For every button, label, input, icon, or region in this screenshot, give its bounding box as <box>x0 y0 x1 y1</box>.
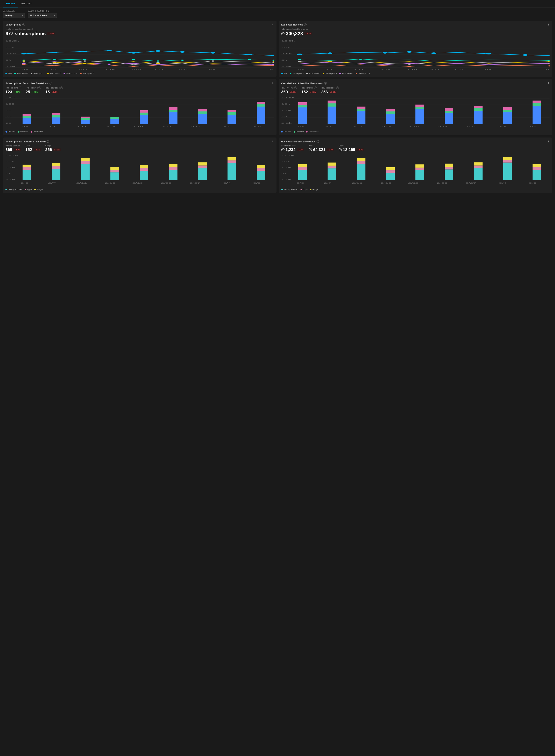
sub-breakdown-download-icon[interactable]: ⬇ <box>272 82 274 85</box>
svg-point-31 <box>52 63 56 64</box>
svg-rect-203 <box>81 161 90 164</box>
svg-text:2/3: 2/3 <box>21 182 29 184</box>
cancel-renewed-label: Total Renewed i <box>301 86 317 89</box>
rev-platform-legend: Desktop and Web Apple Google <box>281 189 550 191</box>
cancel-info-icon[interactable]: i <box>324 82 327 84</box>
platform-info-icon[interactable]: i <box>47 140 49 143</box>
svg-text:2/23: 2/23 <box>161 182 172 184</box>
svg-point-72 <box>456 52 461 53</box>
svg-text:100: 100 <box>5 103 14 105</box>
row-2: Subscriptions: Subscriber Breakdown i ⬇ … <box>3 79 552 135</box>
svg-rect-176 <box>532 101 541 103</box>
first-time-info-icon[interactable]: i <box>19 86 21 89</box>
svg-text:5k: 5k <box>281 172 287 174</box>
rev-platform-info-icon[interactable]: i <box>316 140 319 143</box>
renewed-info-icon[interactable]: i <box>38 86 41 89</box>
renewed-value: 25 ↑ 0.3% <box>26 90 41 94</box>
svg-point-71 <box>431 52 436 54</box>
svg-point-15 <box>156 50 160 52</box>
svg-rect-125 <box>227 115 236 124</box>
svg-point-37 <box>52 62 56 63</box>
svg-rect-215 <box>198 165 207 168</box>
cancel-legend-renewed-dot <box>294 131 295 132</box>
resurrected-info-icon[interactable]: i <box>60 86 63 89</box>
rev-platform-stats: Desktop and Web $ 1,234 ↓ 2.3% Apple $ 6… <box>281 145 550 152</box>
cancel-first-time-info-icon[interactable]: i <box>294 86 297 89</box>
subscriptions-download-icon[interactable]: ⬇ <box>272 23 274 26</box>
tabs-container: TRENDS HISTORY <box>0 0 555 7</box>
sub-breakdown-legend: First-time Renewed Resurrected <box>5 131 274 133</box>
svg-rect-208 <box>140 171 148 180</box>
rev-legend-sub2-dot <box>306 73 308 74</box>
svg-rect-128 <box>257 107 265 124</box>
svg-point-21 <box>52 58 56 60</box>
subscriptions-card: Subscriptions i ⬇ Total over selected ti… <box>3 21 276 77</box>
legend-sub3-dot <box>47 73 49 74</box>
svg-text:5k: 5k <box>281 59 287 61</box>
svg-point-34 <box>211 61 215 62</box>
svg-text:5k: 5k <box>5 59 11 61</box>
svg-rect-246 <box>328 166 336 168</box>
svg-rect-266 <box>532 170 541 180</box>
svg-rect-253 <box>386 167 395 170</box>
first-time-value: 123 ↑ 0.3% <box>5 90 21 94</box>
cancel-download-icon[interactable]: ⬇ <box>547 82 550 85</box>
svg-rect-216 <box>198 162 207 165</box>
svg-point-23 <box>108 60 111 61</box>
svg-text:2/15: 2/15 <box>105 182 116 184</box>
svg-point-41 <box>22 63 26 64</box>
svg-point-77 <box>358 58 362 60</box>
svg-rect-245 <box>328 168 336 180</box>
cancel-breakdown-header: Cancelations: Subscriber Breakdown i ⬇ <box>281 82 550 85</box>
legend-sub5-dot <box>80 73 82 74</box>
rev-platform-download-icon[interactable]: ⬇ <box>547 140 550 143</box>
svg-point-14 <box>131 52 136 53</box>
subscription-select[interactable]: All Subscriptions Subscription 1 Subscri… <box>28 13 57 18</box>
revenue-info-icon[interactable]: i <box>304 23 306 26</box>
svg-rect-110 <box>52 113 60 115</box>
sub-breakdown-stats: Total First-Time i 123 ↑ 0.3% Total Rene… <box>5 86 274 94</box>
cancel-resurrected-info-icon[interactable]: i <box>336 86 339 89</box>
legend-total: Total <box>5 73 12 75</box>
rev-legend-apple-dot <box>301 189 302 190</box>
svg-text:2/7: 2/7 <box>49 69 57 71</box>
svg-text:2/27: 2/27 <box>453 69 464 71</box>
svg-rect-261 <box>474 165 482 168</box>
svg-point-76 <box>298 59 301 60</box>
google-stat: Google 256 ↓ 2.3% <box>45 145 61 152</box>
sub-breakdown-bar-chart: 150 100 75 50 25 <box>5 96 274 129</box>
tab-trends[interactable]: TRENDS <box>3 0 18 7</box>
svg-rect-160 <box>386 112 395 114</box>
svg-rect-127 <box>227 110 236 112</box>
legend-renewed-dot <box>18 131 19 132</box>
apple-stat: Apple 152 ↓ 2.3% <box>25 145 41 152</box>
svg-rect-120 <box>169 110 177 112</box>
svg-point-67 <box>328 52 332 54</box>
sub-breakdown-info-icon[interactable]: i <box>49 82 52 84</box>
date-range-select[interactable]: 30 Days 7 Days 90 Days 1 Year <box>3 13 25 18</box>
svg-text:3/4: 3/4 <box>499 126 507 127</box>
svg-rect-169 <box>474 108 482 111</box>
rev-desktop-value: $ 1,234 ↓ 2.3% <box>281 147 304 152</box>
svg-text:10k: 10k <box>281 160 290 162</box>
cancel-renewed-info-icon[interactable]: i <box>314 86 316 89</box>
svg-text:3/4: 3/4 <box>484 69 491 71</box>
svg-text:12.5k: 12.5k <box>5 40 19 42</box>
platform-breakdown-card: Subscriptions: Platform Breakdown i ⬇ De… <box>3 137 276 193</box>
revenue-download-icon[interactable]: ⬇ <box>547 23 550 26</box>
svg-rect-259 <box>445 164 453 167</box>
svg-point-79 <box>298 61 301 62</box>
tab-history[interactable]: HISTORY <box>18 0 35 7</box>
svg-rect-123 <box>198 112 207 114</box>
rev-apple-badge: ↓ 2.3% <box>326 149 334 151</box>
svg-text:2/15: 2/15 <box>380 69 391 71</box>
subscriptions-info-icon[interactable]: i <box>23 23 25 26</box>
cancel-resurrected-badge: ↓ 2.3% <box>329 91 337 93</box>
svg-text:2.5k: 2.5k <box>281 66 292 67</box>
platform-download-icon[interactable]: ⬇ <box>272 140 274 143</box>
svg-point-11 <box>52 52 57 53</box>
main-content: Subscriptions i ⬇ Total over selected ti… <box>0 21 555 198</box>
desktop-label: Desktop and Web <box>5 145 21 147</box>
legend-sub4: Subscription 4 <box>63 73 77 75</box>
svg-rect-258 <box>445 167 453 169</box>
